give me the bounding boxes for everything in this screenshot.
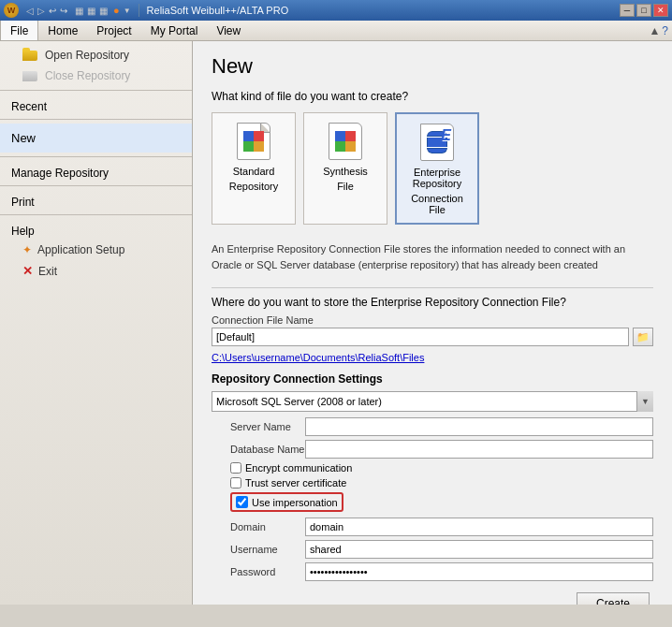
synthesis-label1: Synthesis: [323, 166, 368, 177]
menu-bar-right: ▲ ?: [649, 21, 672, 40]
manage-repo-label: Manage Repository: [11, 167, 109, 180]
sidebar-item-app-setup[interactable]: ✦ Application Setup: [0, 240, 192, 260]
standard-label2: Repository: [229, 181, 279, 192]
close-button[interactable]: ✕: [653, 4, 668, 17]
quick-grid2-icon[interactable]: ▦: [87, 6, 95, 16]
database-name-input[interactable]: [305, 440, 653, 459]
separator-1: [212, 287, 653, 288]
db-bottom: [427, 148, 447, 153]
trust-cert-label: Trust server certificate: [245, 477, 346, 488]
quick-grid3-icon[interactable]: ▦: [99, 6, 108, 16]
app-title: ReliaSoft Weibull++/ALTA PRO: [147, 5, 289, 16]
synth-diamond-q4: [345, 141, 356, 152]
sidebar-divider-4: [0, 185, 192, 186]
conn-file-name-input[interactable]: [212, 328, 629, 346]
encrypt-comm-checkbox[interactable]: [230, 462, 241, 474]
db-type-select[interactable]: Microsoft SQL Server (2008 or later) Ora…: [212, 391, 653, 412]
file-path[interactable]: C:\Users\username\Documents\ReliaSoft\Fi…: [212, 352, 653, 363]
sidebar-divider-3: [0, 156, 192, 157]
db-type-select-wrapper: Microsoft SQL Server (2008 or later) Ora…: [212, 391, 653, 412]
domain-row: Domain: [212, 518, 653, 536]
server-name-label: Server Name: [230, 421, 305, 432]
synthesis-file-icon: [329, 123, 362, 160]
enterprise-file-icon: E: [420, 124, 454, 161]
repo-settings-title: Repository Connection Settings: [212, 372, 653, 386]
window-controls[interactable]: ─ □ ✕: [620, 4, 668, 17]
page-title: New: [212, 54, 653, 79]
diamond-q4: [254, 141, 264, 152]
server-name-input[interactable]: [305, 417, 653, 436]
password-label: Password: [230, 566, 305, 577]
sidebar-section-recent[interactable]: Recent: [0, 95, 192, 115]
menu-file[interactable]: File: [0, 21, 38, 40]
synthesis-label2: File: [337, 181, 354, 192]
menu-myportal[interactable]: My Portal: [141, 21, 208, 40]
database-name-row: Database Name: [212, 440, 653, 459]
main-layout: Open Repository Close Repository Recent …: [0, 41, 672, 605]
sidebar: Open Repository Close Repository Recent …: [0, 41, 193, 605]
domain-label: Domain: [230, 521, 305, 532]
recent-label: Recent: [11, 100, 47, 113]
file-type-selector: Standard Repository Synthesis: [212, 112, 653, 225]
menu-home[interactable]: Home: [38, 21, 87, 40]
username-input[interactable]: [305, 540, 653, 559]
close-repo-label: Close Repository: [45, 69, 130, 82]
enterprise-icon-wrapper: E: [418, 122, 456, 163]
sidebar-item-exit[interactable]: ✕ Exit: [0, 260, 192, 282]
domain-input[interactable]: [305, 518, 653, 536]
quick-grid-icon[interactable]: ▦: [75, 6, 83, 16]
sidebar-section-print[interactable]: Print: [0, 190, 192, 211]
username-label: Username: [230, 544, 305, 555]
use-impersonation-checkbox[interactable]: [236, 496, 248, 508]
trust-cert-checkbox[interactable]: [230, 477, 241, 488]
create-button[interactable]: Create: [577, 592, 650, 605]
info-text: An Enterprise Repository Connection File…: [212, 238, 653, 276]
app-setup-label: Application Setup: [37, 243, 124, 256]
file-type-standard[interactable]: Standard Repository: [212, 112, 296, 225]
exit-icon: ✕: [22, 264, 33, 278]
help-label: Help: [11, 225, 35, 238]
sidebar-divider-1: [0, 90, 192, 91]
use-impersonation-label: Use impersonation: [252, 497, 338, 508]
standard-label1: Standard: [233, 166, 275, 177]
enterprise-label2: Connection File: [402, 193, 472, 215]
trust-cert-row: Trust server certificate: [230, 477, 653, 488]
toolbar-divider: [139, 4, 139, 17]
standard-diamond: [243, 131, 264, 152]
browse-folder-button[interactable]: 📁: [633, 328, 653, 346]
quick-dropdown-arrow[interactable]: ▼: [124, 7, 131, 15]
close-repo-icon: [22, 69, 39, 82]
synth-diamond-q2: [335, 131, 345, 141]
app-icon: W: [4, 3, 19, 18]
maximize-button[interactable]: □: [636, 4, 651, 17]
sidebar-section-manage[interactable]: Manage Repository: [0, 161, 192, 182]
expand-icon[interactable]: ▲: [649, 24, 660, 37]
create-question: What kind of file do you want to create?: [212, 90, 653, 103]
file-type-enterprise[interactable]: E Enterprise Repository Connection File: [395, 112, 479, 225]
sidebar-item-close-repo: Close Repository: [0, 66, 192, 86]
password-input[interactable]: [305, 562, 653, 581]
server-name-row: Server Name: [212, 417, 653, 436]
store-question: Where do you want to store the Enterpris…: [212, 296, 653, 309]
bottom-bar: Create: [212, 585, 653, 605]
menu-view[interactable]: View: [207, 21, 250, 40]
password-row: Password: [212, 562, 653, 581]
quick-redo-icon[interactable]: ↪: [60, 6, 67, 16]
quick-logo-icon: ●: [113, 5, 120, 16]
sidebar-section-help[interactable]: Help: [0, 219, 192, 240]
quick-forward-icon[interactable]: ▷: [37, 6, 45, 16]
quick-undo-icon[interactable]: ↩: [49, 6, 56, 16]
menu-project[interactable]: Project: [87, 21, 140, 40]
encrypt-comm-row: Encrypt communication: [230, 462, 653, 474]
open-repo-icon: [22, 49, 39, 62]
help-circle-icon[interactable]: ?: [662, 24, 668, 37]
file-type-synthesis[interactable]: Synthesis File: [303, 112, 387, 225]
content-area: New What kind of file do you want to cre…: [193, 41, 672, 605]
exit-label: Exit: [38, 265, 57, 278]
print-label: Print: [11, 196, 35, 209]
diamond-q1: [254, 131, 264, 141]
quick-back-icon[interactable]: ◁: [26, 6, 34, 16]
sidebar-item-new[interactable]: New: [0, 124, 192, 153]
minimize-button[interactable]: ─: [620, 4, 635, 17]
sidebar-item-open-repo[interactable]: Open Repository: [0, 45, 192, 66]
